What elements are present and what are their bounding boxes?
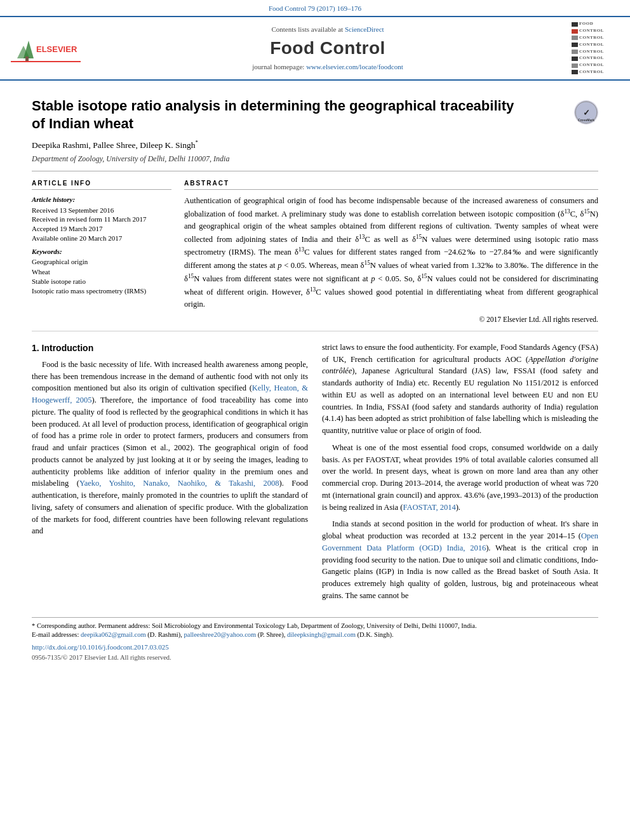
body-col-right: strict laws to ensure the food authentic… (322, 342, 598, 607)
crossmark-icon: ✓ CrossMark (574, 100, 598, 124)
keyword-4: Isotopic ratio mass spectrometry (IRMS) (32, 286, 171, 296)
copyright-line: © 2017 Elsevier Ltd. All rights reserved… (184, 314, 598, 324)
footnote-star: * Corresponding author. Permanent addres… (32, 622, 598, 631)
doi-link[interactable]: http://dx.doi.org/10.1016/j.foodcont.201… (32, 643, 169, 651)
available-date: Available online 20 March 2017 (32, 234, 171, 243)
abstract-section: Abstract Authentication of geographical … (184, 179, 598, 324)
svg-rect-3 (25, 57, 29, 61)
journal-citation: Food Control 79 (2017) 169–176 (0, 0, 630, 16)
email-link-3[interactable]: dileepksingh@gmail.com (287, 631, 356, 638)
page: Food Control 79 (2017) 169–176 ELSEVIER … (0, 0, 630, 840)
elsevier-logo: ELSEVIER (11, 34, 81, 62)
journal-header: ELSEVIER Contents lists available at Sci… (0, 16, 630, 80)
svg-text:CrossMark: CrossMark (578, 118, 594, 122)
keywords-label: Keywords: (32, 247, 171, 257)
article-title-section: Stable isotope ratio analysis in determi… (32, 87, 598, 171)
info-abstract-section: Article Info Article history: Received 1… (32, 171, 598, 331)
body-col-left: 1. Introduction Food is the basic necess… (32, 342, 308, 607)
svg-text:✓: ✓ (583, 108, 590, 117)
keywords-list: Geographical origin Wheat Stable isotope… (32, 257, 171, 297)
intro-para-1: Food is the basic necessity of life. Wit… (32, 359, 308, 537)
body-section: 1. Introduction Food is the basic necess… (32, 331, 598, 607)
footnote-email: E-mail addresses: deepika062@gmail.com (… (32, 630, 598, 640)
abstract-text: Authentication of geographical origin of… (184, 195, 598, 310)
accepted-date: Accepted 19 March 2017 (32, 224, 171, 234)
journal-homepage: journal homepage: www.elsevier.com/locat… (90, 62, 565, 72)
received-date: Received 13 September 2016 (32, 206, 171, 215)
contents-available: Contents lists available at ScienceDirec… (90, 25, 565, 34)
authors: Deepika Rashmi, Pallee Shree, Dileep K. … (32, 138, 598, 151)
svg-text:ELSEVIER: ELSEVIER (36, 44, 77, 54)
food-control-branding: FOOD CONTROL CONTROL CONTROL CONTROL CON… (572, 21, 622, 75)
keyword-2: Wheat (32, 267, 171, 277)
homepage-link[interactable]: www.elsevier.com/locate/foodcont (306, 63, 403, 70)
article-title: Stable isotope ratio analysis in determi… (32, 97, 527, 133)
keyword-1: Geographical origin (32, 257, 171, 267)
journal-name: Food Control (90, 36, 565, 60)
issn-line: 0956-7135/© 2017 Elsevier Ltd. All right… (32, 653, 598, 663)
email-link-1[interactable]: deepika062@gmail.com (81, 631, 146, 638)
keyword-3: Stable isotope ratio (32, 277, 171, 286)
brand-stripes: FOOD CONTROL CONTROL CONTROL CONTROL CON… (572, 21, 622, 75)
history-label: Article history: (32, 195, 171, 204)
intro-para-2: strict laws to ensure the food authentic… (322, 342, 598, 437)
affiliation: Department of Zoology, University of Del… (32, 154, 598, 164)
revised-date: Received in revised form 11 March 2017 (32, 215, 171, 224)
citation-text: Food Control 79 (2017) 169–176 (269, 4, 361, 12)
article-info-heading: Article Info (32, 179, 171, 190)
intro-para-3: Wheat is one of the most essential food … (322, 442, 598, 514)
abstract-heading: Abstract (184, 179, 598, 190)
email-link-2[interactable]: palleeshree20@yahoo.com (184, 631, 256, 638)
sciencedirect-link[interactable]: ScienceDirect (345, 25, 384, 33)
section1-title: 1. Introduction (32, 342, 308, 355)
doi-line: http://dx.doi.org/10.1016/j.foodcont.201… (32, 643, 598, 652)
crossmark-badge[interactable]: ✓ CrossMark (574, 100, 598, 124)
main-content: Stable isotope ratio analysis in determi… (0, 81, 630, 669)
footnote-area: * Corresponding author. Permanent addres… (32, 617, 598, 663)
elsevier-logo-area: ELSEVIER (8, 34, 84, 62)
intro-para-4: India stands at second position in the w… (322, 518, 598, 601)
article-info: Article Info Article history: Received 1… (32, 179, 171, 324)
journal-title-area: Contents lists available at ScienceDirec… (90, 25, 565, 72)
